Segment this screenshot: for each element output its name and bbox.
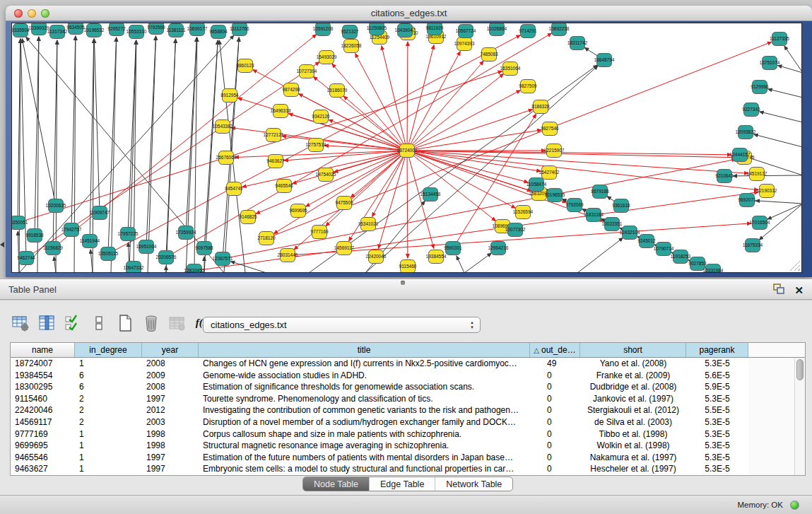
network-node[interactable]: 11112766 [230,23,249,36]
network-node[interactable]: 10699177 [187,23,208,36]
table-scrollbar-thumb[interactable] [796,359,804,380]
network-node[interactable]: 9874298 [282,83,300,97]
network-node[interactable]: 26676068 [216,151,237,165]
table-row[interactable]: 2242004622012Investigating the contribut… [11,404,794,416]
column-header-year[interactable]: year [142,343,199,357]
network-node[interactable]: 10543382 [213,120,233,134]
network-node[interactable]: 9335504 [12,24,30,37]
table-row[interactable]: 946554611997Estimation of the future num… [11,452,794,464]
network-node[interactable]: 7485083 [480,48,498,62]
network-node[interactable]: 9146825 [239,211,257,224]
network-node[interactable]: 11909747 [90,206,110,220]
network-node[interactable]: 11831184 [584,209,604,222]
network-node[interactable]: 9475509 [335,197,353,210]
network-node[interactable]: 10553310 [126,25,147,39]
network-node[interactable]: 20206576 [156,251,177,264]
network-node[interactable]: 14519137 [747,168,767,181]
close-panel-icon[interactable]: ✕ [794,285,804,296]
network-node[interactable]: 12964216 [488,242,509,255]
network-node[interactable]: 10727394 [297,65,317,78]
network-node[interactable]: 10196535 [545,189,565,202]
network-node[interactable]: 12810452 [184,264,205,273]
network-node[interactable]: 9714291 [519,25,537,38]
network-node[interactable]: 12093822 [736,126,756,139]
network-node[interactable]: 9634505 [66,23,85,35]
network-node[interactable]: 16351064 [500,62,521,76]
network-node[interactable]: 12215907 [544,144,565,158]
float-panel-icon[interactable] [773,284,784,297]
network-node[interactable]: 9827509 [519,80,537,93]
network-node[interactable]: 9465546 [275,180,293,193]
network-node[interactable]: 8186328 [531,100,550,114]
network-node[interactable]: 9115460 [399,260,417,273]
unselect-columns-icon[interactable] [89,313,109,332]
network-node[interactable]: 10439047 [395,24,416,37]
network-node[interactable]: 9227343 [742,103,760,117]
column-header-out-degree[interactable]: △out_de… [530,343,580,357]
network-node[interactable]: 17359924 [176,226,196,240]
column-header-name[interactable]: name [11,343,75,357]
network-node[interactable]: 10591208 [313,23,334,36]
network-node[interactable]: 9295272 [107,23,126,36]
network-node[interactable]: 16648794 [594,54,615,67]
network-node[interactable]: 17942757 [61,223,82,237]
network-node[interactable]: 10200635 [46,199,66,213]
tab-edge-table[interactable]: Edge Table [370,477,435,491]
network-node[interactable]: 9827546 [541,122,559,136]
column-header-in-degree[interactable]: in_degree [75,343,142,357]
tab-node-table[interactable]: Node Table [303,477,370,491]
network-node[interactable]: 16951064 [136,240,157,254]
network-node[interactable]: 15493029 [317,51,337,64]
tab-network-table[interactable]: Network Table [435,477,512,491]
network-node[interactable]: 13751074 [760,57,780,70]
network-node[interactable]: 16496318 [271,105,291,118]
table-row[interactable]: 969969511998Structural magnetic resonanc… [11,440,794,452]
network-node[interactable]: 11317342 [47,25,68,39]
table-row[interactable]: 911546021997Tourette syndrome. Phenomeno… [11,393,794,405]
network-node[interactable]: 9210643 [715,170,734,183]
new-column-icon[interactable] [115,313,135,332]
network-node[interactable]: 18226058 [341,40,362,53]
network-node[interactable]: 9361618 [612,199,630,213]
network-node[interactable]: 10196532 [84,24,105,37]
delete-column-icon[interactable] [141,313,161,332]
network-node[interactable]: 19384554 [426,250,447,264]
network-node[interactable]: 28031446 [278,249,298,262]
network-node[interactable]: 11451944 [80,235,100,248]
network-node[interactable]: 2718120 [257,232,276,245]
column-header-pagerank[interactable]: pagerank [686,343,748,357]
column-header-short[interactable]: short [580,343,686,357]
network-node[interactable]: 18724007 [397,144,418,158]
select-all-columns-icon[interactable] [63,313,83,332]
zoom-window-button[interactable] [41,9,49,18]
network-node[interactable]: 12757519 [306,139,326,152]
network-node[interactable]: 12367571 [213,252,233,266]
network-node[interactable]: 8679188 [591,185,609,199]
table-row[interactable]: 1872400712008Changes of HCN gene express… [11,358,794,370]
network-node[interactable]: 9342120 [312,110,330,124]
network-node[interactable]: 15134458 [420,188,441,201]
network-node[interactable]: 11026864 [487,23,507,36]
network-node[interactable]: 9792069 [565,199,584,212]
network-node[interactable]: 13505115 [98,247,119,261]
network-node[interactable]: 14569117 [334,242,355,255]
network-node[interactable]: 12772121 [264,129,284,142]
column-header-title[interactable]: title [199,343,530,357]
network-node[interactable]: 9521327 [341,25,359,39]
network-node[interactable]: 10022351 [602,218,623,231]
memory-status-indicator[interactable] [790,501,799,510]
network-node[interactable]: 11918253 [671,250,691,264]
network-canvas[interactable]: 1872400719384554911546022420046145691179… [11,23,802,273]
network-node[interactable]: 9463627 [266,155,285,168]
network-node[interactable]: 11156829 [43,242,63,255]
network-node[interactable]: 9692071 [738,194,756,207]
close-window-button[interactable] [14,9,23,18]
network-node[interactable]: 8454749 [225,182,243,196]
network-node[interactable]: 11526594 [513,206,534,219]
network-node[interactable]: 17957225 [118,228,139,241]
network-node[interactable]: 9097588 [195,242,213,255]
splitter-handle[interactable] [401,281,405,285]
network-node[interactable]: 9777169 [310,226,329,239]
network-node[interactable]: 14754025 [316,168,336,182]
network-node[interactable]: 12432104 [620,226,640,240]
